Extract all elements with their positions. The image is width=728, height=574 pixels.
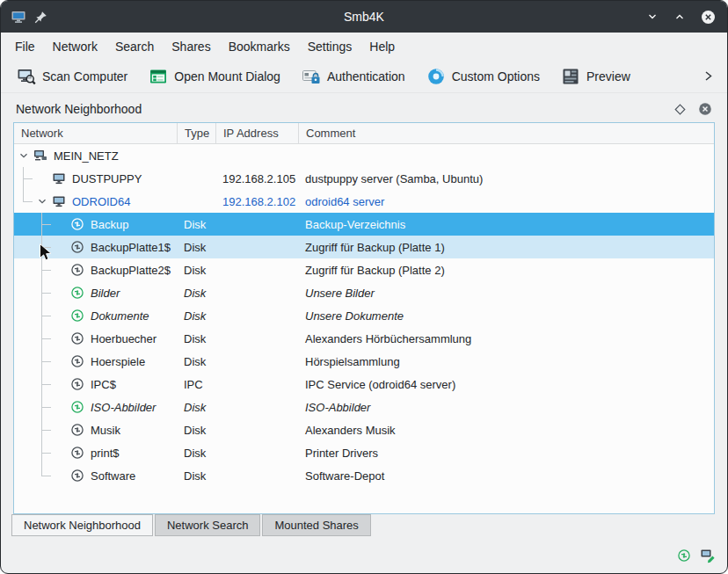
titlebar[interactable]: Smb4K bbox=[1, 1, 727, 33]
menu-bookmarks[interactable]: Bookmarks bbox=[220, 36, 299, 57]
minimize-button[interactable] bbox=[646, 11, 659, 23]
menu-help[interactable]: Help bbox=[360, 36, 404, 57]
custom-options-icon bbox=[426, 67, 446, 86]
expander-spacer bbox=[51, 304, 69, 327]
smb4k-window: Smb4K FileNetworkSearchSharesBookmarksSe… bbox=[0, 0, 728, 574]
mount-dialog-icon bbox=[149, 67, 168, 86]
tree-row-odroid64[interactable]: ODROID64192.168.2.102odroid64 server bbox=[14, 190, 714, 213]
tree-row-iso-abbilder[interactable]: ISO-AbbilderDiskISO-Abbilder bbox=[14, 396, 714, 418]
column-header-network[interactable]: Network bbox=[14, 123, 178, 143]
tree-guide bbox=[33, 373, 51, 396]
network-cell: IPC$ bbox=[14, 373, 178, 396]
node-label: Musik bbox=[91, 424, 120, 437]
share-mounted-icon bbox=[69, 308, 85, 323]
ip-cell bbox=[216, 327, 299, 350]
chevron-right-icon bbox=[702, 69, 715, 83]
toolbar-preview-button[interactable]: Preview bbox=[556, 64, 636, 89]
tree-guide bbox=[14, 327, 33, 350]
expander-icon[interactable] bbox=[14, 144, 33, 167]
tree-guide bbox=[14, 464, 33, 487]
node-label: ISO-Abbilder bbox=[91, 401, 156, 414]
tree-guide bbox=[33, 441, 51, 464]
column-header-comment[interactable]: Comment bbox=[299, 123, 714, 143]
tab-network-neighborhood[interactable]: Network Neighborhood bbox=[11, 514, 153, 536]
tree-row-dustpuppy[interactable]: DUSTPUPPY192.168.2.105dustpuppy server (… bbox=[14, 167, 714, 190]
tree-row-ipc[interactable]: IPC$IPCIPC Service (odroid64 server) bbox=[14, 373, 714, 396]
share-icon bbox=[69, 239, 85, 255]
comment-cell: Backup-Verzeichnis bbox=[299, 213, 714, 236]
menu-settings[interactable]: Settings bbox=[299, 36, 361, 57]
tree-row-dokumente[interactable]: DokumenteDiskUnsere Dokumente bbox=[14, 304, 714, 327]
tree-row-backupplatte2[interactable]: BackupPlatte2$DiskZugriff für Backup (Pl… bbox=[14, 258, 714, 281]
tree-guide bbox=[33, 396, 51, 418]
pin-icon[interactable] bbox=[34, 11, 47, 24]
ip-cell bbox=[216, 373, 299, 396]
close-window-button[interactable] bbox=[701, 10, 716, 25]
menu-file[interactable]: File bbox=[6, 36, 44, 57]
toolbar-custom-options-button[interactable]: Custom Options bbox=[421, 64, 545, 89]
tree-row-musik[interactable]: MusikDiskAlexanders Musik bbox=[14, 418, 714, 441]
expander-spacer bbox=[33, 167, 51, 190]
toolbar-open-mount-dialog-button[interactable]: Open Mount Dialog bbox=[143, 64, 286, 89]
bookmark-edit-icon bbox=[700, 548, 716, 563]
toolbar-button-label: Open Mount Dialog bbox=[174, 69, 280, 84]
comment-cell: Alexanders Musik bbox=[299, 418, 714, 441]
toolbar-overflow-button[interactable] bbox=[700, 68, 717, 84]
tree-row-mein-netz[interactable]: MEIN_NETZ bbox=[14, 144, 714, 167]
tree-guide bbox=[33, 213, 51, 236]
node-label: Software bbox=[91, 469, 135, 483]
toolbar-authentication-button[interactable]: Authentication bbox=[296, 64, 411, 89]
tree-row-software[interactable]: SoftwareDiskSoftware-Depot bbox=[14, 464, 714, 487]
node-label: DUSTPUPPY bbox=[72, 172, 142, 185]
dock-header: Network Neighborhood bbox=[13, 96, 715, 122]
node-label: Hoerspiele bbox=[91, 355, 145, 368]
tree-row-hoerbuecher[interactable]: HoerbuecherDiskAlexanders Hörbüchersamml… bbox=[14, 327, 714, 350]
tree-guide bbox=[14, 258, 33, 281]
expander-icon[interactable] bbox=[33, 190, 51, 213]
host-icon bbox=[51, 171, 67, 186]
type-cell: Disk bbox=[178, 281, 216, 304]
menu-network[interactable]: Network bbox=[44, 36, 106, 57]
network-cell: Bilder bbox=[14, 281, 178, 304]
dock-float-button[interactable] bbox=[673, 102, 688, 117]
authentication-icon bbox=[302, 67, 321, 86]
expander-spacer bbox=[51, 396, 69, 418]
node-label: BackupPlatte1$ bbox=[91, 241, 171, 254]
tab-mounted-shares[interactable]: Mounted Shares bbox=[262, 514, 370, 536]
column-header-type[interactable]: Type bbox=[178, 123, 216, 143]
expander-spacer bbox=[51, 327, 69, 350]
network-cell: Hoerbuecher bbox=[14, 327, 178, 350]
tree-row-hoerspiele[interactable]: HoerspieleDiskHörspielsammlung bbox=[14, 350, 714, 373]
tree-guide bbox=[33, 258, 51, 281]
toolbar-button-label: Preview bbox=[586, 69, 630, 84]
share-icon bbox=[69, 216, 85, 232]
menu-shares[interactable]: Shares bbox=[163, 36, 219, 57]
tree-row-print[interactable]: print$DiskPrinter Drivers bbox=[14, 441, 714, 464]
tab-network-search[interactable]: Network Search bbox=[155, 514, 260, 536]
tree-row-backupplatte1[interactable]: BackupPlatte1$DiskZugriff für Backup (Pl… bbox=[14, 236, 714, 258]
node-label: Hoerbuecher bbox=[91, 332, 157, 345]
network-cell: BackupPlatte1$ bbox=[14, 236, 178, 258]
tree-guide bbox=[14, 236, 33, 258]
tree-guide bbox=[33, 281, 51, 304]
network-tree-view: NetworkTypeIP AddressComment MEIN_NETZDU… bbox=[13, 122, 715, 514]
expander-spacer bbox=[51, 464, 69, 487]
tree-row-backup[interactable]: BackupDiskBackup-Verzeichnis bbox=[14, 213, 714, 236]
tree-guide bbox=[14, 396, 33, 418]
type-cell: Disk bbox=[178, 350, 216, 373]
node-label: Dokumente bbox=[91, 309, 149, 323]
dock-close-button[interactable] bbox=[697, 102, 712, 117]
ip-cell bbox=[216, 144, 299, 167]
tree-guide bbox=[14, 167, 33, 190]
network-cell: Musik bbox=[14, 418, 178, 441]
maximize-button[interactable] bbox=[673, 11, 686, 23]
menu-search[interactable]: Search bbox=[106, 36, 163, 57]
ip-cell bbox=[216, 236, 299, 258]
toolbar-button-label: Authentication bbox=[327, 69, 405, 84]
network-icon bbox=[33, 148, 48, 163]
tree-row-bilder[interactable]: BilderDiskUnsere Bilder bbox=[14, 281, 714, 304]
expander-spacer bbox=[51, 441, 69, 464]
table-header: NetworkTypeIP AddressComment bbox=[14, 123, 714, 144]
toolbar-scan-computer-button[interactable]: Scan Computer bbox=[11, 64, 133, 89]
column-header-ip-address[interactable]: IP Address bbox=[216, 123, 299, 143]
